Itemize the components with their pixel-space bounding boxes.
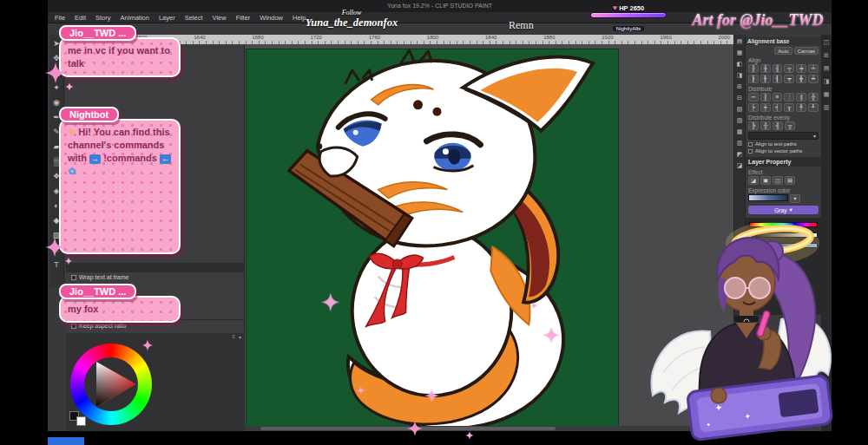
align-edge-top-button[interactable]: ┯ [784,75,794,83]
edge-icon-3[interactable]: ▤ [824,65,830,72]
distribute-v-button[interactable]: ║ [760,93,771,101]
menu-select[interactable]: Select [185,14,203,22]
distribute-bottom-button[interactable]: ┸ [808,103,819,112]
keep-aspect-checkbox[interactable]: Keep aspect ratio [71,323,126,329]
edge-icon-5[interactable]: ▦ [824,91,830,98]
distribute-cols-button[interactable]: ⋮ [784,93,794,101]
align-edge-left-button[interactable]: ┠ [748,75,759,83]
effect-label: Effect [748,169,819,175]
align-edge-bottom-button[interactable]: ┷ [808,75,819,83]
alignment-base-select[interactable]: ▾ [748,132,819,140]
color-panel-menu-icon[interactable]: ≡ [232,334,235,342]
menu-layer[interactable]: Layer [159,14,175,22]
canvas-tab[interactable]: Canvas [794,47,819,55]
menu-edit[interactable]: Edit [75,14,86,22]
distribute-gap-h-button[interactable]: ∥ [796,93,806,101]
edge-icon-2[interactable]: ⊞ [824,52,829,59]
keep-aspect-checkbox-box[interactable] [71,324,76,329]
distribute-middle-button[interactable]: ╀ [796,103,806,112]
tone-effect-button[interactable]: ▣ [760,176,771,185]
expression-color-select[interactable]: Gray ▾ [748,206,819,214]
edge-icon-1[interactable]: ◫ [824,39,830,46]
distribute-top-button[interactable]: ┰ [784,103,794,112]
edge-icon-4[interactable]: ◨ [824,78,830,85]
heart-icon: ♥ [613,3,617,12]
menu-file[interactable]: File [55,14,65,22]
align-panel-header: Alignment base [746,36,821,45]
butterfly-emoji: ✿ [68,166,76,176]
align-edge-right-button[interactable]: ┨ [773,75,783,83]
layer-color-effect-button[interactable]: ◫ [773,176,783,185]
fox-artwork [247,49,618,426]
dock-icon-2[interactable]: ▦ [737,49,743,56]
distribute-h-button[interactable]: ═ [748,93,759,101]
align-top-button[interactable]: ╤ [784,64,794,73]
layer-property-header: Layer Property [746,157,821,167]
align-text-paths-box[interactable] [748,142,753,147]
effect-buttons-row: ◪ ▣ ◫ ▤ [748,176,819,185]
hp-widget: ♥ HP 2650 NightlyAlbi [590,3,667,34]
dock-icon-4[interactable]: ◨ [737,72,743,79]
align-right-button[interactable]: ╢ [773,64,783,73]
distribute-gap-v-button[interactable]: ╬ [808,93,819,101]
align-left-button[interactable]: ╟ [748,64,759,73]
hp-header: ♥ HP 2650 [590,3,667,12]
dock-icon-3[interactable]: ◧ [737,61,743,68]
menu-animation[interactable]: Animation [121,14,149,22]
even-v-button[interactable]: ╣ [773,121,783,130]
wrap-text-checkbox-box[interactable] [71,275,76,280]
dock-icon-7[interactable]: ▧ [737,106,743,113]
dock-icon-1[interactable]: ▤ [737,38,743,45]
align-edge-center-button[interactable]: ╂ [760,75,771,83]
expression-color-caret[interactable]: ▾ [790,194,800,203]
even-grid-button[interactable]: ╦ [785,121,795,130]
auto-tab[interactable]: Auto [774,47,792,55]
distribute-center-button[interactable]: ┿ [760,103,771,112]
sub-color-swatch[interactable] [76,416,86,426]
color-panel-collapse-icon[interactable]: ▾ [239,334,241,342]
align-center-h-button[interactable]: ╫ [760,64,771,73]
menu-view[interactable]: View [213,14,227,22]
even-both-button[interactable]: ╬ [760,121,771,130]
align-vector-paths-checkbox[interactable]: Align to vector paths [748,148,819,154]
window-titlebar: Yuna fox 19.2% - CLIP STUDIO PAINT [48,0,832,12]
align-text-paths-checkbox[interactable]: Align to text paths [748,141,819,147]
sparkle-decoration-bottom2 [460,427,483,445]
distribute-rows-button[interactable]: ≡ [773,93,783,101]
taskbar-chip [48,437,84,445]
distribute-left-button[interactable]: ┝ [748,103,759,112]
sparkle-emoji: ✧ [68,127,76,137]
chat-message-3: my fox [59,296,181,323]
alignment-base-tabs: Auto Canvas [748,47,819,55]
align-middle-button[interactable]: ╪ [796,64,806,73]
dock-icon-11[interactable]: ◩ [737,151,743,158]
dock-icon-9[interactable]: ▩ [737,128,743,135]
edge-icon-6[interactable]: ▥ [824,104,830,111]
drawing-canvas[interactable] [247,49,618,426]
expression-color-row: ▾ [748,194,819,203]
align-bottom-button[interactable]: ╧ [808,64,819,73]
chat-author-1: Jio__TWD ... [59,25,136,41]
dock-icon-12[interactable]: ◪ [737,162,743,169]
align-text-paths-label: Align to text paths [755,141,797,147]
menu-filter[interactable]: Filter [236,14,251,22]
dock-icon-8[interactable]: ▨ [737,117,743,124]
align-vector-paths-label: Align to vector paths [755,148,802,154]
menu-story[interactable]: Story [95,14,111,22]
align-vector-paths-box[interactable] [748,149,753,154]
chat-author-3: Jio__TWD ... [59,284,136,299]
distribute-right-button[interactable]: ┥ [773,103,783,112]
align-section-label: Align [748,57,819,63]
alignment-base-caret-icon: ▾ [813,133,816,139]
dock-icon-5[interactable]: ⊞ [737,83,742,90]
streamer-name: Yuna_the_demonfox [276,16,427,29]
even-h-button[interactable]: ╠ [748,121,759,130]
dock-icon-10[interactable]: ▥ [737,140,743,147]
expression-color-preview [748,194,788,201]
wrap-text-checkbox[interactable]: Wrap text at frame [71,274,128,280]
align-buttons-row2: ┠ ╂ ┨ ┯ ╋ ┷ [748,75,819,83]
align-edge-middle-button[interactable]: ╋ [796,75,806,83]
dock-icon-6[interactable]: ⊟ [737,95,742,101]
extract-line-effect-button[interactable]: ▤ [785,176,795,185]
border-effect-button[interactable]: ◪ [748,176,759,185]
